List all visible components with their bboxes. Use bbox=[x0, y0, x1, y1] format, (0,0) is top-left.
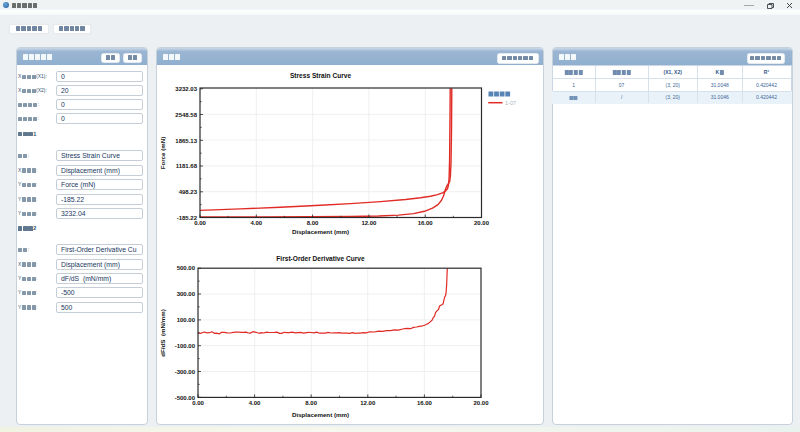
svg-text:-300.00: -300.00 bbox=[174, 369, 195, 375]
svg-text:16.00: 16.00 bbox=[416, 400, 432, 406]
svg-text:2548.58: 2548.58 bbox=[175, 112, 197, 118]
svg-text:Displacement (mm): Displacement (mm) bbox=[291, 228, 348, 235]
svg-text:8.00: 8.00 bbox=[305, 400, 317, 406]
svg-text:300.00: 300.00 bbox=[176, 291, 195, 297]
svg-text:Stress Strain Curve: Stress Strain Curve bbox=[289, 72, 351, 79]
svg-text:1181.68: 1181.68 bbox=[175, 163, 197, 169]
svg-text:Displacement (mm): Displacement (mm) bbox=[291, 411, 348, 418]
svg-text:4.00: 4.00 bbox=[248, 400, 260, 406]
svg-text:3232.03: 3232.03 bbox=[175, 86, 197, 92]
svg-text:20.00: 20.00 bbox=[473, 220, 489, 226]
svg-text:16.00: 16.00 bbox=[417, 220, 433, 226]
svg-text:First-Order Derivative Curve: First-Order Derivative Curve bbox=[276, 255, 365, 262]
svg-text:8.00: 8.00 bbox=[306, 220, 318, 226]
svg-text:1865.13: 1865.13 bbox=[175, 138, 197, 144]
svg-text:dF/dS (mN/mm): dF/dS (mN/mm) bbox=[158, 309, 165, 356]
svg-text:4.00: 4.00 bbox=[250, 220, 262, 226]
svg-text:-100.00: -100.00 bbox=[174, 343, 195, 349]
svg-text:0.00: 0.00 bbox=[194, 220, 206, 226]
svg-text:12.00: 12.00 bbox=[360, 400, 376, 406]
svg-text:1-07: 1-07 bbox=[505, 100, 516, 106]
svg-text:100.00: 100.00 bbox=[176, 317, 195, 323]
svg-text:0.00: 0.00 bbox=[192, 400, 204, 406]
svg-text:20.00: 20.00 bbox=[473, 400, 489, 406]
svg-text:12.00: 12.00 bbox=[361, 220, 377, 226]
svg-text:500.00: 500.00 bbox=[176, 265, 195, 271]
svg-text:498.23: 498.23 bbox=[178, 189, 197, 195]
svg-text:Force (mN): Force (mN) bbox=[158, 137, 165, 170]
